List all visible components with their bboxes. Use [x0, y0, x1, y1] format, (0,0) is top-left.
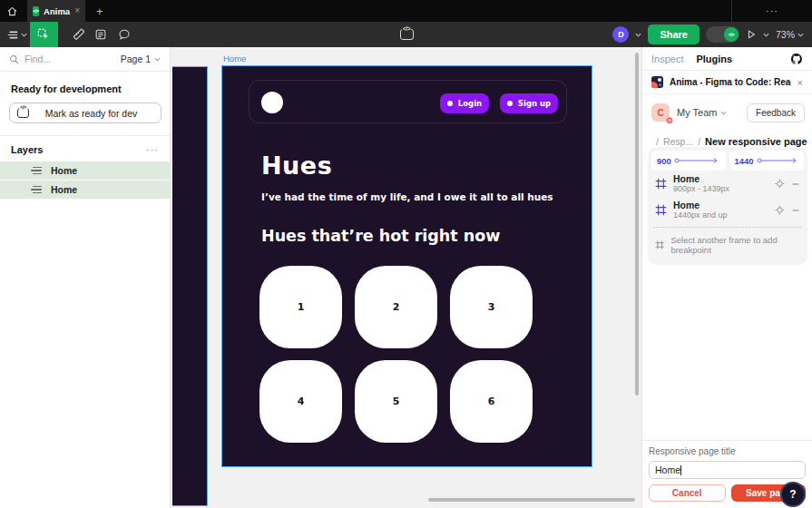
add-breakpoint-hint-label: Select another frame to add breakpoint [670, 235, 800, 255]
search-input[interactable] [24, 54, 115, 64]
feedback-button[interactable]: Feedback [747, 103, 805, 122]
breakpoint-frame-name: Home [673, 173, 768, 184]
breakpoint-min-value: 900 [657, 156, 671, 166]
frame-home-1440-partial[interactable] [172, 66, 208, 506]
tab-plugins[interactable]: Plugins [696, 54, 732, 64]
select-tool-button[interactable] [30, 22, 58, 47]
titlebar-menu-icon[interactable]: ··· [766, 0, 778, 22]
zoom-chevron-icon [797, 33, 804, 37]
plugin-close-icon[interactable]: × [797, 77, 803, 88]
breakpoint-max-pill[interactable]: 1440 [729, 151, 805, 171]
help-button[interactable]: ? [780, 482, 806, 507]
breakpoint-frame-range: 1440px and up [673, 210, 768, 220]
breakpoint-min-pill[interactable]: 900 [651, 151, 727, 171]
layer-name: Home [51, 165, 77, 176]
page-selector-label: Page 1 [121, 54, 151, 64]
page-selector[interactable]: Page 1 [121, 54, 161, 64]
right-sidebar: Inspect Plugins Anima - Figma to Code: R… [641, 47, 812, 508]
share-button[interactable]: Share [648, 24, 699, 44]
page-title-input[interactable]: Home [649, 461, 806, 479]
new-tab-button[interactable]: + [96, 5, 103, 18]
breadcrumb-collapsed[interactable]: Resp... [663, 136, 693, 147]
breakpoint-frame-name: Home [673, 200, 768, 210]
team-chevron-icon [720, 111, 727, 115]
annotate-tool-button[interactable] [89, 22, 113, 47]
avatar-chevron-icon[interactable] [635, 33, 641, 37]
design-tile: 4 [259, 360, 342, 443]
tab-anima[interactable]: </> Anima × [27, 0, 85, 22]
dev-mode-toggle[interactable]: </> [706, 26, 739, 43]
design-tile: 3 [450, 266, 533, 348]
menu-icon [8, 31, 18, 38]
dotted-divider [653, 227, 802, 228]
add-breakpoint-hint[interactable]: Select another frame to add breakpoint [651, 231, 804, 255]
breakpoint-frame-range: 900px - 1439px [673, 184, 768, 193]
design-hero-subtitle: I’ve had the time of my life, and I owe … [261, 191, 553, 202]
page-title-label: Responsive page title [649, 446, 806, 456]
tab-close-icon[interactable]: × [74, 6, 80, 15]
design-navbar: Login Sign up [249, 80, 567, 123]
dev-mode-icon: </> [724, 27, 739, 42]
left-sidebar: Page 1 Ready for development </> Mark as… [0, 47, 171, 508]
home-icon[interactable] [0, 0, 24, 22]
present-chevron-icon[interactable] [763, 33, 769, 37]
gear-badge-icon: ⚙ [666, 117, 673, 125]
mark-ready-label: Mark as ready for dev [29, 108, 153, 119]
design-tile: 2 [355, 266, 437, 348]
remove-breakpoint-icon[interactable] [791, 180, 800, 189]
comment-tool-button[interactable] [113, 22, 136, 47]
breadcrumb-separator: / [656, 136, 659, 147]
annotation-icon [94, 28, 107, 41]
team-name: My Team [677, 107, 717, 118]
tab-inspect[interactable]: Inspect [651, 54, 683, 64]
zoom-level-value: 73% [776, 29, 795, 40]
cancel-button[interactable]: Cancel [649, 484, 726, 502]
layers-menu-icon[interactable]: ··· [146, 144, 159, 155]
user-avatar[interactable]: D [612, 26, 629, 43]
breakpoint-frame-row-1[interactable]: Home 900px - 1439px [651, 171, 804, 197]
dot-icon [507, 101, 513, 106]
locate-frame-icon[interactable] [775, 179, 785, 189]
layers-title: Layers [11, 144, 146, 155]
design-tile-grid: 1 2 3 4 5 6 [259, 266, 559, 443]
search-icon [9, 54, 19, 64]
design-signup-button: Sign up [500, 93, 558, 113]
frame-home-design[interactable]: Login Sign up Hues I’ve had the time of … [221, 65, 592, 467]
vertical-scrollbar[interactable] [635, 53, 639, 396]
titlebar-divider [731, 0, 732, 22]
mark-ready-button[interactable]: </> Mark as ready for dev [9, 103, 161, 123]
design-section-title: Hues that’re hot right now [261, 227, 500, 245]
design-tile: 5 [355, 360, 437, 443]
zoom-level-dropdown[interactable]: 73% [776, 29, 804, 40]
layer-row-home-1[interactable]: Home [0, 161, 170, 180]
team-selector[interactable]: My Team [677, 107, 727, 118]
github-icon[interactable] [790, 53, 803, 65]
text-caret [680, 465, 681, 475]
present-play-icon[interactable] [746, 29, 757, 40]
dot-icon [447, 101, 453, 106]
team-avatar[interactable]: C⚙ [651, 103, 670, 122]
breakpoint-frame-row-2[interactable]: Home 1440px and up [651, 197, 804, 223]
dev-resources-button[interactable]: </> [396, 22, 416, 47]
breakpoint-max-value: 1440 [735, 156, 754, 166]
locate-frame-icon[interactable] [775, 205, 785, 215]
cursor-icon [37, 28, 51, 42]
breadcrumb-current: New responsive page [705, 136, 807, 147]
measure-tool-button[interactable] [65, 22, 89, 47]
design-tile: 1 [259, 266, 342, 348]
main-menu-button[interactable] [5, 22, 30, 47]
frame-label[interactable]: Home [223, 54, 246, 64]
plugin-title: Anima - Figma to Code: React, HTML, ... [670, 77, 791, 87]
breakpoint-frame-icon [655, 204, 667, 216]
figma-window: </> Anima × + ··· [0, 0, 812, 508]
toolbar: </> D Share </> 73% [0, 22, 812, 47]
ready-for-dev-title: Ready for development [0, 72, 170, 103]
tab-label: Anima [44, 6, 70, 16]
canvas[interactable]: Home Login Sign up Hues I’ve had the tim… [171, 47, 641, 508]
remove-breakpoint-icon[interactable] [791, 206, 800, 215]
layer-row-home-2[interactable]: Home [0, 181, 170, 199]
frame-icon [655, 239, 664, 250]
layer-name: Home [51, 184, 77, 195]
frame-layer-icon [31, 186, 42, 194]
horizontal-scrollbar[interactable] [428, 498, 635, 502]
